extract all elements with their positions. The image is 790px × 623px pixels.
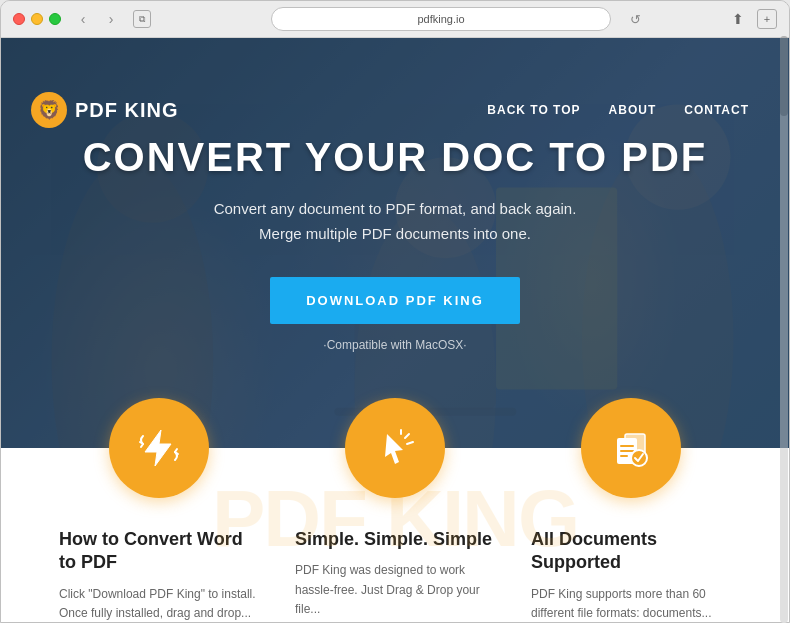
- svg-line-10: [407, 442, 413, 444]
- site-wrapper: 🦁 PDF KING BACK TO TOP ABOUT CONTACT: [1, 38, 789, 622]
- address-bar: ↺: [165, 7, 717, 31]
- nav-about[interactable]: ABOUT: [609, 103, 657, 117]
- browser-content: 🦁 PDF KING BACK TO TOP ABOUT CONTACT: [1, 37, 789, 622]
- nav-back-to-top[interactable]: BACK TO TOP: [487, 103, 580, 117]
- feature-item-2: Simple. Simple. Simple PDF King was desi…: [295, 528, 495, 622]
- feature-desc-3: PDF King supports more than 60 different…: [531, 585, 731, 622]
- new-tab-icon[interactable]: +: [757, 9, 777, 29]
- close-button[interactable]: [13, 13, 25, 25]
- feature-circle-3: [581, 398, 681, 498]
- feature-title-2: Simple. Simple. Simple: [295, 528, 495, 551]
- maximize-button[interactable]: [49, 13, 61, 25]
- toolbar-right: ⬆ +: [727, 8, 777, 30]
- browser-window: ‹ › ⧉ ↺ ⬆ + 🦁 PDF KING: [0, 0, 790, 623]
- feature-item-3: All Documents Supported PDF King support…: [531, 528, 731, 622]
- features-section: PDF KING: [1, 398, 789, 622]
- nav-contact[interactable]: CONTACT: [684, 103, 749, 117]
- logo-emoji: 🦁: [38, 99, 60, 121]
- hero-subtitle-line2: Merge multiple PDF documents into one.: [259, 225, 531, 242]
- feature-circle-1: [109, 398, 209, 498]
- svg-line-9: [405, 434, 409, 438]
- browser-titlebar: ‹ › ⧉ ↺ ⬆ +: [1, 1, 789, 37]
- tabs-button[interactable]: ⧉: [133, 10, 151, 28]
- features-grid: How to Convert Word to PDF Click "Downlo…: [1, 498, 789, 622]
- logo: 🦁 PDF KING: [31, 92, 179, 128]
- back-button[interactable]: ‹: [71, 7, 95, 31]
- minimize-button[interactable]: [31, 13, 43, 25]
- feature-item-1: How to Convert Word to PDF Click "Downlo…: [59, 528, 259, 622]
- reload-button[interactable]: ↺: [630, 12, 641, 27]
- forward-button[interactable]: ›: [99, 7, 123, 31]
- site-header: 🦁 PDF KING BACK TO TOP ABOUT CONTACT: [1, 74, 779, 146]
- logo-icon: 🦁: [31, 92, 67, 128]
- main-nav: BACK TO TOP ABOUT CONTACT: [487, 103, 749, 117]
- feature-title-1: How to Convert Word to PDF: [59, 528, 259, 575]
- traffic-lights: [13, 13, 61, 25]
- features-circles: [1, 398, 789, 498]
- logo-text: PDF KING: [75, 99, 179, 122]
- feature-circle-2: [345, 398, 445, 498]
- hero-content: CONVERT YOUR DOC TO PDF Convert any docu…: [63, 115, 728, 372]
- share-icon[interactable]: ⬆: [727, 8, 749, 30]
- hero-subtitle-line1: Convert any document to PDF format, and …: [214, 200, 577, 217]
- feature-title-3: All Documents Supported: [531, 528, 731, 575]
- feature-desc-1: Click "Download PDF King" to install. On…: [59, 585, 259, 622]
- download-button[interactable]: DOWNLOAD PDF KING: [270, 277, 520, 324]
- compatible-text: ·Compatible with MacOSX·: [83, 338, 708, 352]
- hero-subtitle: Convert any document to PDF format, and …: [83, 196, 708, 247]
- feature-desc-2: PDF King was designed to work hassle-fre…: [295, 561, 495, 619]
- nav-buttons: ‹ ›: [71, 7, 123, 31]
- url-input[interactable]: [271, 7, 611, 31]
